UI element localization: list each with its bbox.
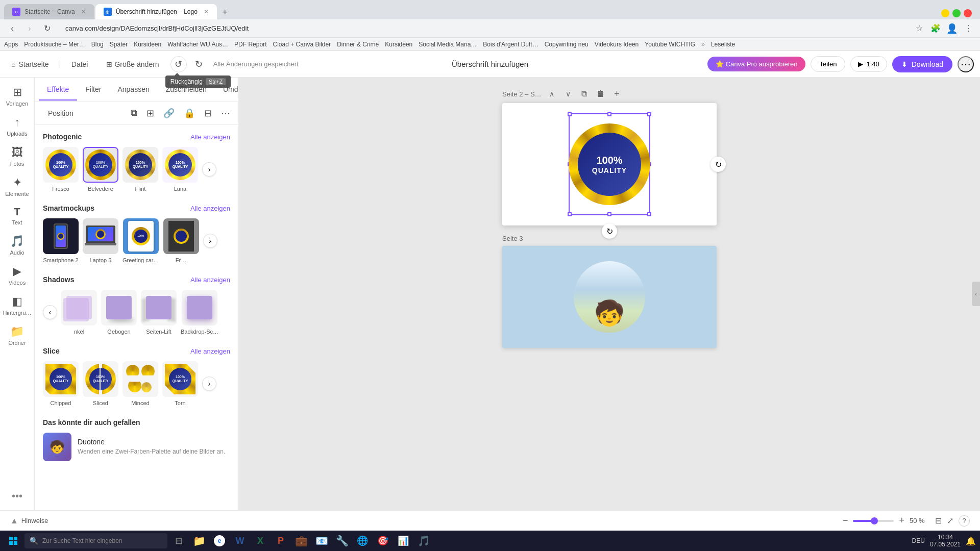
- taskbar-app10[interactable]: 🎵: [414, 532, 433, 550]
- smartmockup-greeting[interactable]: 100% Greeting car…: [122, 218, 159, 263]
- download-button[interactable]: ⬇ Download: [892, 56, 952, 72]
- search-bar[interactable]: 🔍 Zur Suche Text hier eingeben: [24, 533, 167, 548]
- extension-icon[interactable]: 🧩: [929, 22, 942, 35]
- play-button[interactable]: ▶ 1:40: [850, 56, 887, 72]
- shadow-seiten[interactable]: Seiten-Lift: [141, 290, 177, 335]
- bookmark-youtube[interactable]: Youtube WICHTIG: [645, 41, 695, 48]
- help-btn[interactable]: ?: [959, 515, 970, 527]
- bookmark-copy[interactable]: Copywriting neu: [545, 41, 589, 48]
- settings-icon[interactable]: ⋮: [962, 22, 975, 35]
- sidebar-more-dots[interactable]: •••: [8, 486, 27, 506]
- page2-delete-btn[interactable]: 🗑: [595, 88, 607, 100]
- photogenic-see-all[interactable]: Alle anzeigen: [190, 133, 230, 141]
- more-options-button[interactable]: ⋯: [958, 56, 974, 72]
- zoom-minus[interactable]: −: [843, 515, 848, 526]
- zoom-plus[interactable]: +: [899, 515, 904, 526]
- bookmark-cload[interactable]: Cload + Canva Bilder: [273, 41, 331, 48]
- close-button[interactable]: [964, 9, 972, 17]
- page2-down-btn[interactable]: ∨: [562, 88, 574, 100]
- photogenic-item-luna[interactable]: 100%QUALITY Luna: [162, 147, 198, 192]
- taskbar-lang[interactable]: DEU: [912, 537, 925, 544]
- rotate-right-handle[interactable]: ↻: [710, 157, 726, 172]
- tab-filter[interactable]: Filter: [77, 79, 109, 101]
- size-button[interactable]: ⊞ Größe ändern: [99, 57, 166, 71]
- position-button[interactable]: Position: [41, 106, 81, 120]
- taskbar-word[interactable]: W: [231, 532, 249, 550]
- link-icon[interactable]: 🔗: [161, 106, 177, 121]
- page-thumbnail-btn[interactable]: ⊟: [935, 516, 942, 525]
- sidebar-item-videos[interactable]: ▶ Videos: [0, 261, 34, 290]
- shadows-prev[interactable]: ‹: [43, 305, 57, 319]
- slice-minced[interactable]: Minced: [122, 361, 158, 406]
- bookmark-leselist[interactable]: Leseliste: [711, 41, 735, 48]
- zoom-slider[interactable]: [853, 520, 894, 522]
- taskbar-excel[interactable]: X: [251, 532, 270, 550]
- page2-up-btn[interactable]: ∧: [546, 88, 558, 100]
- maximize-button[interactable]: [952, 9, 961, 17]
- tab-close-2[interactable]: ✕: [204, 8, 209, 15]
- shadow-gebogen[interactable]: Gebogen: [101, 290, 137, 335]
- shadows-see-all[interactable]: Alle anzeigen: [190, 276, 230, 284]
- sidebar-item-audio[interactable]: 🎵 Audio: [0, 231, 34, 260]
- smartmockup-laptop[interactable]: Laptop 5: [83, 218, 118, 263]
- sidebar-item-uploads[interactable]: ↑ Uploads: [0, 112, 34, 141]
- page2-duplicate-btn[interactable]: ⧉: [578, 88, 591, 100]
- bookmark-wahlf[interactable]: Wahlfächer WU Aus…: [167, 41, 228, 48]
- slice-sliced[interactable]: 100%QUALITY Sliced: [83, 361, 118, 406]
- taskbar-app9[interactable]: 📊: [394, 532, 412, 550]
- smartmockups-see-all[interactable]: Alle anzeigen: [190, 205, 230, 212]
- tab-inactive[interactable]: C Startseite – Canva ✕: [4, 4, 94, 19]
- bookmark-kursideen1[interactable]: Kursideen: [134, 41, 161, 48]
- slice-next[interactable]: ›: [202, 377, 216, 391]
- profile-icon[interactable]: 👤: [945, 22, 959, 35]
- tab-effekte[interactable]: Effekte: [39, 79, 77, 101]
- start-button[interactable]: [4, 532, 22, 550]
- redo-button[interactable]: ↻: [191, 56, 207, 72]
- file-button[interactable]: Datei: [64, 57, 95, 71]
- smartmockup-smartphone[interactable]: Smartphone 2: [43, 218, 79, 263]
- photogenic-item-flint[interactable]: 100%QUALITY Flint: [122, 147, 158, 192]
- sidebar-item-text[interactable]: T Text: [0, 202, 34, 230]
- taskbar-app5[interactable]: 💼: [292, 532, 310, 550]
- smartmockups-next[interactable]: ›: [203, 234, 217, 248]
- taskbar-app8[interactable]: 🎯: [374, 532, 392, 550]
- tab-close-1[interactable]: ✕: [81, 8, 86, 15]
- undo-button[interactable]: ↺: [170, 56, 187, 72]
- bookmark-pdf[interactable]: PDF Report: [234, 41, 266, 48]
- bookmark-more[interactable]: »: [701, 41, 705, 48]
- lock-icon[interactable]: 🔒: [182, 106, 197, 121]
- home-button[interactable]: ⌂ Startseite: [6, 57, 54, 71]
- sidebar-item-ordner[interactable]: 📁 Ordner: [0, 321, 34, 350]
- bookmark-star[interactable]: ☆: [913, 22, 926, 35]
- photogenic-item-belvedere[interactable]: 100%QUALITY Belvedere: [83, 147, 118, 192]
- bookmark-blog[interactable]: Blog: [91, 41, 104, 48]
- minimize-button[interactable]: [941, 9, 949, 17]
- canvas-collapse-btn[interactable]: ‹: [972, 282, 980, 306]
- more-icon[interactable]: ⋯: [219, 106, 232, 121]
- share-button[interactable]: Teilen: [811, 56, 845, 72]
- zoom-thumb[interactable]: [871, 517, 878, 524]
- copy-icon[interactable]: ⧉: [129, 106, 139, 120]
- grid-icon[interactable]: ⊞: [144, 106, 156, 121]
- sidebar-item-elemente[interactable]: ✦ Elemente: [0, 172, 34, 201]
- new-tab-button[interactable]: +: [218, 5, 232, 19]
- tab-active[interactable]: ◎ Überschrift hinzufügen – Logo ✕: [95, 4, 217, 19]
- tab-anpassen[interactable]: Anpassen: [109, 79, 157, 101]
- bookmark-apps[interactable]: Apps: [4, 41, 18, 48]
- slice-see-all[interactable]: Alle anzeigen: [190, 347, 230, 355]
- page2-canvas[interactable]: 100% QUALITY ↻ ↻: [502, 103, 717, 226]
- taskbar-app7[interactable]: 🔧: [333, 532, 351, 550]
- photogenic-next[interactable]: ›: [202, 162, 216, 177]
- task-view-btn[interactable]: ⊟: [169, 532, 188, 550]
- slice-chipped[interactable]: 100%QUALITY Chipped: [43, 361, 79, 406]
- bookmark-dinner[interactable]: Dinner & Crime: [337, 41, 379, 48]
- bookmark-kursideen2[interactable]: Kursideen: [385, 41, 412, 48]
- fullscreen-btn[interactable]: ⤢: [947, 516, 953, 525]
- duotone-item[interactable]: 🧒 Duotone Wenden eine Zwei-Farben-Palett…: [43, 433, 230, 461]
- bookmark-videokurs[interactable]: Videokurs Ideen: [595, 41, 639, 48]
- taskbar-browser[interactable]: e: [210, 532, 229, 550]
- shadow-backdrop[interactable]: Backdrop-Sc…: [181, 290, 218, 335]
- taskbar-file-explorer[interactable]: 📁: [190, 532, 208, 550]
- forward-button[interactable]: ›: [22, 21, 37, 36]
- bookmark-spater[interactable]: Später: [110, 41, 128, 48]
